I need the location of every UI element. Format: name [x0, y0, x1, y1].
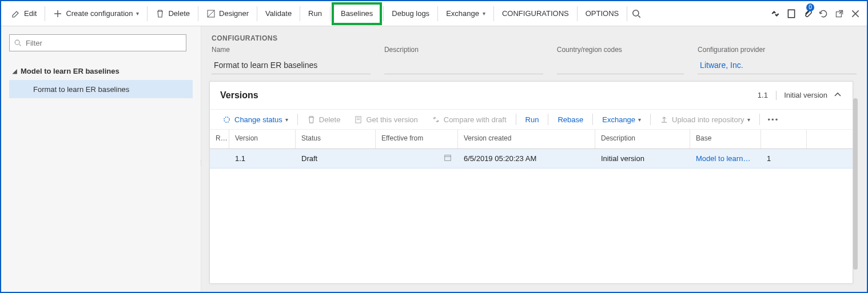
col-rev[interactable]: R…	[210, 130, 229, 148]
run-label: Run	[308, 9, 322, 18]
value-country[interactable]	[557, 56, 684, 74]
calendar-icon[interactable]	[444, 154, 452, 163]
configurations-heading: CONFIGURATIONS	[201, 26, 867, 42]
configurations-tab[interactable]: CONFIGURATIONS	[495, 1, 576, 26]
cell-effective[interactable]	[376, 149, 458, 168]
configurations-label: CONFIGURATIONS	[502, 9, 569, 18]
scrollbar[interactable]	[853, 81, 859, 284]
office-icon-button[interactable]	[783, 1, 799, 26]
get-version-label: Get this version	[366, 115, 417, 124]
create-configuration-button[interactable]: Create configuration ▾	[46, 1, 146, 26]
pencil-icon	[11, 9, 21, 18]
plus-icon	[53, 9, 62, 18]
versions-header: Versions 1.1 Initial version	[210, 82, 853, 109]
cell-description: Initial version	[595, 149, 690, 168]
rebase-label: Rebase	[558, 115, 583, 124]
chevron-down-icon: ▾	[747, 117, 750, 123]
debug-logs-button[interactable]: Debug logs	[385, 1, 436, 26]
tree-node-root[interactable]: ◢ Model to learn ER baselines	[9, 62, 193, 80]
filter-input[interactable]	[9, 34, 186, 51]
label-country: Country/region codes	[557, 46, 684, 54]
close-icon	[850, 9, 861, 19]
upload-button[interactable]: Upload into repository ▾	[654, 109, 755, 130]
separator	[437, 6, 438, 21]
separator	[516, 114, 516, 125]
versions-summary: 1.1 Initial version	[758, 91, 827, 101]
col-created[interactable]: Version created	[458, 130, 595, 148]
col-version[interactable]: Version	[229, 130, 296, 148]
value-provider[interactable]: Litware, Inc.	[698, 56, 857, 74]
col-description[interactable]: Description	[595, 130, 690, 148]
change-status-button[interactable]: Change status ▾	[217, 109, 294, 130]
chevron-up-icon	[833, 90, 842, 99]
rebase-button[interactable]: Rebase	[552, 109, 589, 130]
options-label: OPTIONS	[586, 9, 619, 18]
cell-version: 1.1	[229, 149, 296, 168]
trash-icon	[156, 9, 165, 18]
main-pane: CONFIGURATIONS Name Format to learn ER b…	[201, 26, 867, 292]
svg-point-4	[15, 40, 19, 45]
version-delete-button[interactable]: Delete	[301, 109, 347, 130]
collapse-button[interactable]	[833, 90, 842, 101]
delete-button[interactable]: Delete	[149, 1, 197, 26]
refresh-button[interactable]	[815, 1, 831, 26]
close-button[interactable]	[847, 1, 863, 26]
version-run-button[interactable]: Run	[520, 109, 545, 130]
baselines-button[interactable]: Baselines	[332, 2, 382, 25]
cell-rev	[210, 149, 229, 168]
value-description[interactable]	[384, 56, 543, 74]
chevron-down-icon: ▾	[483, 10, 485, 17]
office-icon	[786, 9, 797, 19]
compare-icon	[432, 115, 440, 124]
trash-icon	[307, 115, 316, 124]
separator	[297, 114, 298, 125]
version-exchange-button[interactable]: Exchange ▾	[596, 109, 647, 130]
versions-summary-desc: Initial version	[784, 91, 827, 99]
versions-grid: R… Version Status Effective from Version…	[210, 130, 853, 283]
link-icon	[770, 9, 781, 19]
edit-label: Edit	[24, 9, 37, 18]
col-base[interactable]: Base	[690, 130, 761, 148]
edit-button[interactable]: Edit	[5, 1, 43, 26]
col-effective[interactable]: Effective from	[376, 130, 458, 148]
get-version-button[interactable]: Get this version	[348, 109, 423, 130]
tree-node-child-label: Format to learn ER baselines	[33, 85, 129, 94]
delete-label: Delete	[168, 9, 190, 18]
tree-node-child[interactable]: Format to learn ER baselines	[9, 80, 193, 98]
run-button[interactable]: Run	[301, 1, 329, 26]
attachments-count-badge: 0	[806, 3, 814, 11]
attachments-button[interactable]: 0	[799, 1, 815, 26]
popout-button[interactable]	[831, 1, 847, 26]
tree-node-root-label: Model to learn ER baselines	[21, 67, 120, 75]
validate-button[interactable]: Validate	[258, 1, 298, 26]
caret-down-icon: ◢	[13, 68, 21, 74]
table-row[interactable]: 1.1 Draft 6/5/2019 05:20:23 AM Initial v…	[210, 149, 853, 168]
label-description: Description	[384, 46, 543, 54]
designer-button[interactable]: Designer	[200, 1, 256, 26]
separator	[627, 6, 627, 21]
sidebar: ◢ Model to learn ER baselines Format to …	[1, 26, 201, 292]
svg-point-5	[224, 117, 229, 122]
chevron-down-icon: ▾	[285, 117, 288, 123]
col-base-ver[interactable]	[761, 130, 807, 148]
search-button[interactable]	[628, 1, 644, 26]
separator	[257, 6, 257, 21]
separator	[776, 91, 777, 100]
versions-panel: Versions 1.1 Initial version Change stat…	[209, 81, 853, 284]
more-actions-button[interactable]: •••	[763, 115, 784, 124]
cell-base[interactable]: Model to learn…	[690, 149, 761, 168]
chevron-down-icon: ▾	[638, 117, 641, 123]
link-icon-button[interactable]	[767, 1, 783, 26]
filter-wrap	[9, 34, 193, 51]
exchange-button[interactable]: Exchange ▾	[439, 1, 492, 26]
separator	[548, 114, 548, 125]
status-icon	[222, 115, 231, 124]
compare-button[interactable]: Compare with draft	[426, 109, 512, 130]
options-button[interactable]: OPTIONS	[579, 1, 626, 26]
version-exchange-label: Exchange	[602, 115, 635, 124]
value-name[interactable]: Format to learn ER baselines	[212, 56, 371, 74]
separator	[592, 114, 593, 125]
version-run-label: Run	[525, 115, 539, 124]
col-status[interactable]: Status	[296, 130, 376, 148]
versions-title: Versions	[220, 90, 758, 101]
